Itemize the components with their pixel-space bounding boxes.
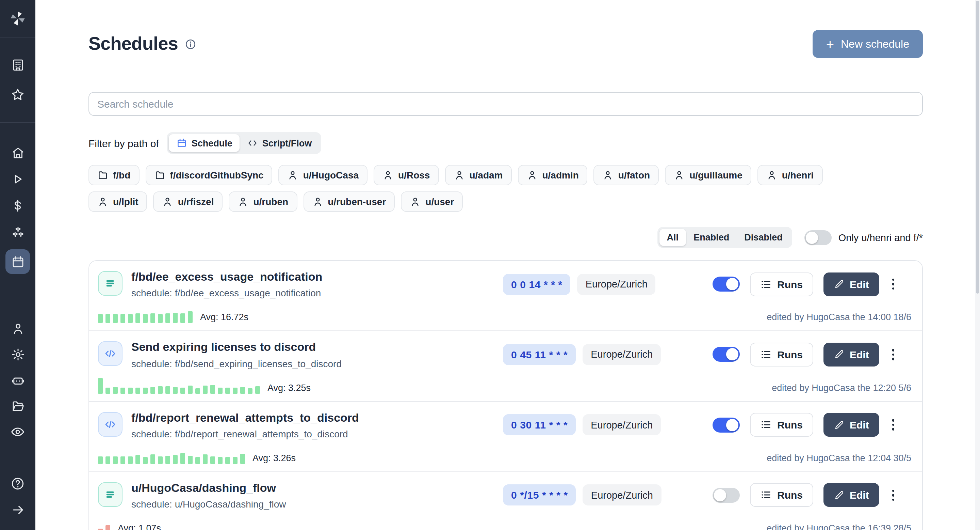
path-type-script-flow[interactable]: Script/Flow [240,134,320,152]
search-input[interactable] [89,92,923,116]
path-chip[interactable]: u/user [401,192,463,212]
person-icon [766,170,777,180]
schedule-path: schedule: f/bd/send_expiring_licenses_to… [131,358,342,369]
workers-robot-icon[interactable] [5,368,30,393]
runs-button[interactable]: Runs [750,272,813,296]
edit-button[interactable]: Edit [823,343,879,367]
path-filter-row: Filter by path of Schedule Script/Flow [89,132,923,154]
path-chip-label: u/rfiszel [178,196,214,207]
person-icon [410,196,421,207]
cron-badge: 0 0 14 * * * [503,273,571,295]
help-icon[interactable] [5,471,30,496]
kebab-menu-icon[interactable] [889,346,897,363]
path-filter-label: Filter by path of [89,137,159,149]
path-chip[interactable]: u/ruben-user [303,192,395,212]
path-chip[interactable]: u/henri [757,165,822,185]
schedule-title[interactable]: f/bd/report_renewal_attempts_to_discord [131,410,359,425]
status-filter-all[interactable]: All [659,229,686,246]
runs-sparkline[interactable] [98,377,260,393]
audit-logs-eye-icon[interactable] [5,420,30,444]
path-type-script-flow-label: Script/Flow [262,138,312,148]
new-schedule-button[interactable]: + New schedule [813,30,923,58]
runs-sparkline[interactable] [98,307,192,323]
enabled-toggle[interactable] [713,417,740,432]
kebab-menu-icon[interactable] [889,417,897,433]
runs-sparkline[interactable] [98,518,110,530]
runs-button[interactable]: Runs [750,343,813,367]
edited-by: edited by HugoCasa the 14:00 18/6 [767,312,911,323]
path-chip[interactable]: u/faton [594,165,659,185]
path-chip-label: u/lplit [113,196,138,207]
schedules-calendar-icon[interactable] [5,249,30,274]
status-filter-enabled[interactable]: Enabled [686,229,737,246]
enabled-toggle[interactable] [713,276,740,292]
schedule-title[interactable]: u/HugoCasa/dashing_flow [131,481,286,496]
workspace-icon[interactable] [5,53,30,77]
list-icon [760,490,772,501]
edit-button[interactable]: Edit [823,413,879,437]
folder-icon [154,170,165,180]
pencil-icon [833,279,844,289]
avg-duration: Avg: 16.72s [200,312,248,323]
path-chip-label: u/Ross [398,170,430,180]
enabled-toggle[interactable] [713,347,740,362]
info-icon[interactable] [185,38,197,50]
user-icon[interactable] [5,316,30,341]
path-chip[interactable]: u/ruben [229,192,297,212]
windmill-logo-icon[interactable] [5,6,30,31]
runs-button-label: Runs [777,490,803,501]
resources-boxes-icon[interactable] [5,220,30,244]
script-kind-box [98,412,123,436]
code-icon [247,137,258,148]
path-chip[interactable]: u/HugoCasa [279,165,368,185]
path-chip[interactable]: u/adam [445,165,511,185]
person-icon [312,196,323,207]
path-chip[interactable]: u/lplit [89,192,147,212]
scrollbar[interactable] [975,0,980,530]
path-type-schedule[interactable]: Schedule [169,134,240,152]
schedule-title[interactable]: f/bd/ee_excess_usage_notification [131,270,322,284]
expand-arrow-icon[interactable] [5,497,30,522]
path-chip[interactable]: u/admin [517,165,587,185]
path-chip[interactable]: f/bd [89,165,139,185]
sidebar [0,0,35,530]
path-chip-label: u/ruben [253,196,288,207]
path-chip[interactable]: u/Ross [374,165,439,185]
plus-icon: + [826,37,834,51]
flow-icon [103,276,118,291]
calendar-icon [177,137,188,148]
pencil-icon [833,349,844,360]
path-chip[interactable]: f/discordGithubSync [145,165,272,185]
only-filter: Only u/henri and f/* [804,230,923,245]
path-chip-label: f/discordGithubSync [170,170,263,180]
runs-button[interactable]: Runs [750,483,813,507]
schedule-title[interactable]: Send expiring licenses to discord [131,340,342,355]
variables-dollar-icon[interactable] [5,193,30,218]
favorites-star-icon[interactable] [5,82,30,107]
timezone-badge: Europe/Zurich [578,273,656,295]
edited-by: edited by HugoCasa the 16:39 28/5 [767,523,911,530]
kebab-menu-icon[interactable] [889,276,897,292]
runs-play-icon[interactable] [5,167,30,192]
runs-button[interactable]: Runs [750,413,813,437]
kebab-menu-icon[interactable] [889,487,897,503]
person-icon [162,196,173,207]
home-icon[interactable] [5,140,30,165]
runs-sparkline[interactable] [98,448,245,464]
path-chip-label: u/henri [782,170,814,180]
list-icon [760,349,772,360]
status-filter-disabled[interactable]: Disabled [737,229,790,246]
pencil-icon [833,419,844,430]
only-henri-toggle[interactable] [804,230,832,245]
settings-gear-icon[interactable] [5,342,30,367]
scrollbar-thumb[interactable] [976,1,979,294]
edit-button-label: Edit [850,419,869,431]
enabled-toggle[interactable] [713,488,740,503]
folders-icon[interactable] [5,394,30,418]
edit-button[interactable]: Edit [823,272,879,296]
sidebar-divider [0,122,35,123]
edit-button[interactable]: Edit [823,483,879,507]
main-panel: Schedules + New schedule Filter by path … [35,0,980,530]
path-chip[interactable]: u/rfiszel [153,192,223,212]
path-chip[interactable]: u/guillaume [665,165,751,185]
